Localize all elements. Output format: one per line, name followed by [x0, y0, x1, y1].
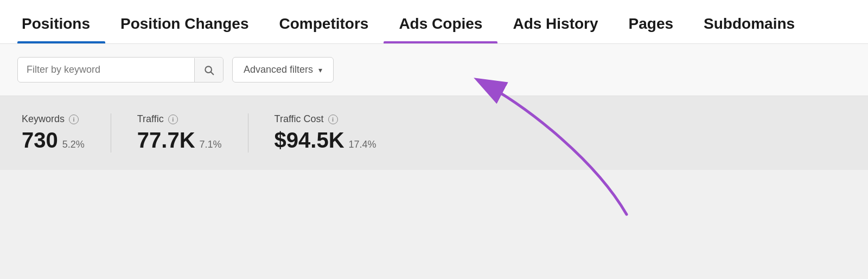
keywords-info-icon[interactable]: i	[69, 115, 79, 124]
tab-position-changes-label: Position Changes	[120, 15, 248, 32]
tab-competitors-label: Competitors	[279, 15, 368, 32]
tab-subdomains[interactable]: Subdomains	[688, 0, 810, 43]
nav-tabs: Positions Position Changes Competitors A…	[17, 0, 851, 43]
stats-bar: Keywords i 730 5.2% Traffic i 77.7K 7.1%…	[0, 96, 868, 170]
tab-ads-copies[interactable]: Ads Copies	[384, 0, 497, 43]
tab-ads-history-label: Ads History	[513, 15, 598, 32]
advanced-filters-label: Advanced filters	[244, 64, 313, 75]
tab-positions-label: Positions	[22, 15, 90, 32]
stat-keywords-value-row: 730 5.2%	[22, 128, 85, 153]
stat-keywords-label: Keywords	[22, 113, 65, 125]
keyword-search-container	[17, 57, 224, 83]
stat-traffic: Traffic i 77.7K 7.1%	[137, 113, 248, 153]
stat-keywords-main: 730	[22, 128, 58, 153]
advanced-filters-button[interactable]: Advanced filters ▾	[232, 57, 334, 83]
top-navigation: Positions Position Changes Competitors A…	[0, 0, 868, 44]
stat-traffic-cost-value-row: $94.5K 17.4%	[275, 128, 376, 153]
stat-keywords: Keywords i 730 5.2%	[22, 113, 111, 153]
tab-competitors[interactable]: Competitors	[264, 0, 384, 43]
filter-bar: Advanced filters ▾	[0, 44, 868, 96]
chevron-down-icon: ▾	[318, 66, 322, 74]
stat-traffic-value-row: 77.7K 7.1%	[137, 128, 222, 153]
tab-pages-label: Pages	[629, 15, 674, 32]
search-icon	[203, 65, 214, 75]
tab-position-changes[interactable]: Position Changes	[105, 0, 264, 43]
stat-traffic-change: 7.1%	[200, 139, 222, 150]
stat-traffic-cost: Traffic Cost i $94.5K 17.4%	[275, 113, 403, 153]
stat-keywords-change: 5.2%	[62, 139, 85, 150]
traffic-info-icon[interactable]: i	[168, 115, 178, 124]
tab-positions[interactable]: Positions	[17, 0, 105, 43]
stat-keywords-label-row: Keywords i	[22, 113, 85, 125]
keyword-search-input[interactable]	[18, 58, 194, 82]
stat-traffic-cost-change: 17.4%	[349, 139, 376, 150]
stat-traffic-cost-main: $94.5K	[275, 128, 344, 153]
stat-traffic-label: Traffic	[137, 113, 164, 125]
stat-traffic-cost-label-row: Traffic Cost i	[275, 113, 376, 125]
tab-ads-history[interactable]: Ads History	[497, 0, 613, 43]
svg-line-1	[211, 72, 214, 74]
search-button[interactable]	[194, 58, 223, 82]
tab-subdomains-label: Subdomains	[704, 15, 795, 32]
tab-ads-copies-label: Ads Copies	[399, 15, 482, 32]
traffic-cost-info-icon[interactable]: i	[328, 115, 338, 124]
tab-pages[interactable]: Pages	[614, 0, 689, 43]
stat-traffic-main: 77.7K	[137, 128, 195, 153]
stat-traffic-cost-label: Traffic Cost	[275, 113, 324, 125]
stat-traffic-label-row: Traffic i	[137, 113, 222, 125]
